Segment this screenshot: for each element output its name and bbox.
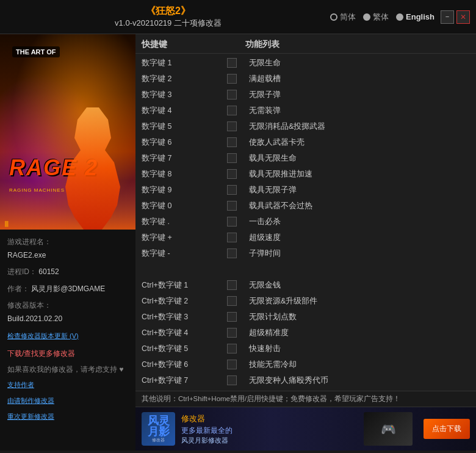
hotkey-toggle[interactable] (227, 248, 237, 258)
lang-english[interactable]: English (396, 12, 435, 21)
download-link[interactable]: 下载/查找更多修改器 (7, 349, 75, 358)
hotkey-toggle[interactable] (227, 58, 237, 68)
hotkey-key: Ctrl+数字键 5 (142, 344, 227, 354)
hotkey-function: 无限生命 (245, 58, 470, 68)
lang-simplified-label: 简体 (340, 12, 356, 23)
table-row: Ctrl+数字键 2无限资源&升级部件 (135, 293, 476, 309)
ad-tagline2: 风灵月影修改器 (181, 436, 358, 445)
hotkey-toggle[interactable] (227, 280, 237, 290)
title-bar: 《狂怒2》 v1.0-v20210219 二十项修改器 简体 繁体 Englis… (0, 0, 476, 34)
radio-traditional (363, 13, 370, 21)
support-link[interactable]: 支持作者 (7, 381, 34, 388)
hotkey-key: Ctrl+数字键 7 (142, 375, 227, 386)
hotkey-toggle[interactable] (227, 153, 237, 163)
hotkey-separator (135, 261, 476, 277)
lang-traditional[interactable]: 繁体 (363, 12, 389, 23)
title-area: 《狂怒2》 v1.0-v20210219 二十项修改器 (6, 5, 330, 29)
hotkey-toggle[interactable] (227, 328, 237, 338)
lang-english-label: English (406, 12, 435, 21)
hotkey-toggle[interactable] (227, 74, 237, 84)
hotkey-toggle[interactable] (227, 185, 237, 195)
col-function-header: 功能列表 (245, 39, 470, 50)
left-panel: THE ART OF RAGE 2 RAGING MACHINES ▐▌ 游戏进… (0, 34, 135, 451)
hotkey-toggle[interactable] (227, 169, 237, 179)
hotkey-toggle[interactable] (227, 344, 237, 353)
hotkey-toggle[interactable] (227, 201, 237, 211)
table-row: 数字键 0载具武器不会过热 (135, 198, 476, 214)
ad-logo: 风灵月影 修改器 (142, 412, 175, 446)
game-cover: THE ART OF RAGE 2 RAGING MACHINES ▐▌ (0, 34, 135, 230)
hotkey-key: 数字键 8 (142, 169, 227, 179)
hotkey-key: 数字键 1 (142, 58, 227, 68)
trainer-version: v1.0-v20210219 二十项修改器 (6, 18, 330, 29)
hotkey-key: Ctrl+数字键 3 (142, 312, 227, 322)
author-value: 风灵月影@3DMGAME (31, 284, 105, 293)
hotkey-toggle[interactable] (227, 106, 237, 115)
table-row: 数字键 8载具无限推进加速 (135, 166, 476, 182)
hotkey-key: Ctrl+数字键 4 (142, 328, 227, 338)
hotkey-toggle[interactable] (227, 217, 237, 227)
hotkey-function: 无限资源&升级部件 (245, 296, 470, 306)
hotkey-key: 数字键 . (142, 217, 227, 227)
update-again-link[interactable]: 重次更新修改器 (7, 413, 54, 420)
table-row: 数字键 -子弹时间 (135, 245, 476, 261)
table-row: Ctrl+数字键 1无限金钱 (135, 277, 476, 293)
hotkey-function: 载具武器不会过热 (245, 201, 470, 211)
lang-traditional-label: 繁体 (373, 12, 389, 23)
hotkey-key: 数字键 7 (142, 153, 227, 164)
hotkey-function: 使敌人武器卡壳 (245, 137, 470, 148)
hotkey-function: 无限金钱 (245, 280, 470, 291)
language-options: 简体 繁体 English (330, 12, 435, 23)
version-value: Build.2021.02.20 (7, 314, 62, 323)
col-hotkey-header: 快捷键 (142, 39, 227, 50)
version-info: 修改器版本： Build.2021.02.20 (7, 299, 128, 325)
ad-logo-text: 风灵月影 (148, 415, 170, 437)
table-row: 数字键 6使敌人武器卡壳 (135, 134, 476, 150)
table-row: 数字键 2满超载槽 (135, 71, 476, 87)
vehicles-overlay: ▐▌ (3, 221, 10, 227)
version-label: 修改器版本： (7, 301, 51, 310)
table-row: 数字键 +超级速度 (135, 230, 476, 245)
footer-note-text: 其他说明：Ctrl+Shift+Home禁用/启用快捷键；免费修改器，希望玩家广… (142, 395, 400, 402)
commission-link[interactable]: 由请制作修改器 (7, 397, 54, 404)
ad-text-area: 修改器 更多最新最全的 风灵月影修改器 (181, 413, 358, 445)
hotkey-toggle[interactable] (227, 375, 237, 385)
check-update-link[interactable]: 检查修改器版本更新 (V) (7, 332, 79, 339)
table-row: Ctrl+数字键 4超级精准度 (135, 325, 476, 341)
rage2-logo-badge: THE ART OF (12, 46, 60, 57)
hotkey-toggle[interactable] (227, 121, 237, 131)
ad-tagline1: 更多最新最全的 (181, 426, 358, 436)
if-like-text: 如果喜欢我的修改器，请考虑支持 ♥ (7, 365, 123, 374)
hotkey-function: 载具无限推进加速 (245, 169, 470, 179)
hotkey-function: 载具无限生命 (245, 153, 470, 164)
pid-info: 进程ID： 60152 (7, 266, 128, 279)
hotkey-toggle[interactable] (227, 312, 237, 322)
window-controls: － ✕ (441, 10, 470, 24)
hotkey-toggle[interactable] (227, 233, 237, 242)
table-row: Ctrl+数字键 7无限变种人痛殴秀代币 (135, 372, 476, 388)
hotkey-key: 数字键 9 (142, 185, 227, 195)
close-button[interactable]: ✕ (456, 10, 470, 24)
hotkey-toggle[interactable] (227, 90, 237, 100)
minimize-button[interactable]: － (441, 10, 454, 24)
ad-thumbnail-icon: 🎮 (381, 422, 396, 437)
hotkey-toggle[interactable] (227, 360, 237, 369)
hotkey-function: 超级速度 (245, 233, 470, 243)
hotkey-key: Ctrl+数字键 6 (142, 360, 227, 370)
right-panel: 快捷键 功能列表 数字键 1无限生命数字键 2满超载槽数字键 3无限子弹数字键 … (135, 34, 476, 451)
hotkey-key: Ctrl+数字键 2 (142, 296, 227, 306)
table-row: 数字键 .一击必杀 (135, 214, 476, 230)
radio-english (396, 13, 403, 21)
lang-simplified[interactable]: 简体 (330, 12, 356, 23)
table-row: 数字键 5无限消耗品&投掷武器 (135, 118, 476, 134)
download-button[interactable]: 点击下载 (424, 419, 470, 439)
table-row: 数字键 3无限子弹 (135, 87, 476, 103)
hotkey-toggle[interactable] (227, 137, 237, 147)
hotkey-toggle[interactable] (227, 296, 237, 306)
info-links: 下载/查找更多修改器 如果喜欢我的修改器，请考虑支持 ♥ 支持作者 由请制作修改… (7, 347, 128, 423)
hotkey-key: 数字键 2 (142, 74, 227, 84)
hotkey-function: 无限消耗品&投掷武器 (245, 121, 470, 132)
table-row: 数字键 9载具无限子弹 (135, 182, 476, 198)
ad-thumbnail: 🎮 (364, 412, 413, 446)
hotkey-list: 数字键 1无限生命数字键 2满超载槽数字键 3无限子弹数字键 4无需装弹数字键 … (135, 54, 476, 391)
